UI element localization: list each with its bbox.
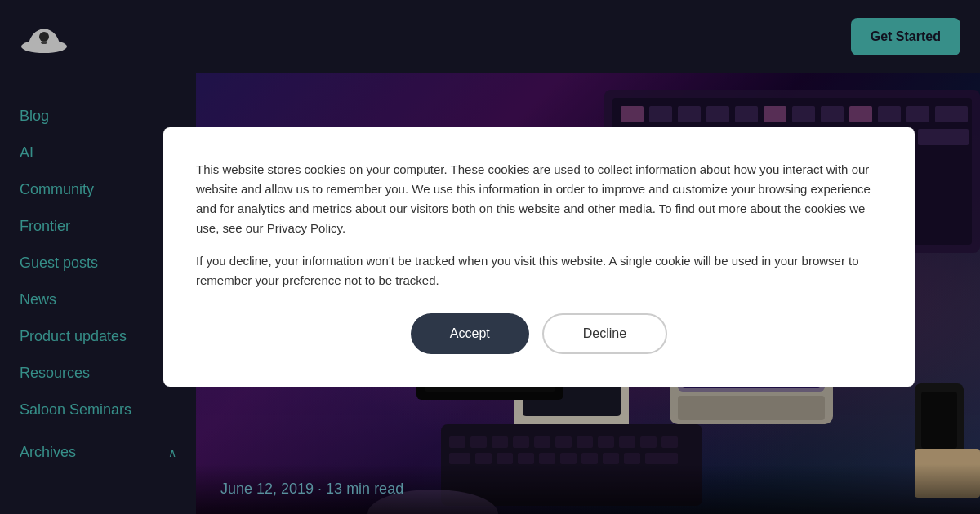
decline-button[interactable]: Decline xyxy=(542,313,667,354)
cookie-text-2: If you decline, your information won't b… xyxy=(196,251,882,290)
accept-button[interactable]: Accept xyxy=(411,313,529,354)
cookie-text-1: This website stores cookies on your comp… xyxy=(196,160,882,238)
cookie-modal-overlay: This website stores cookies on your comp… xyxy=(0,0,980,514)
cookie-modal: This website stores cookies on your comp… xyxy=(163,127,915,387)
cookie-buttons: Accept Decline xyxy=(196,313,882,354)
